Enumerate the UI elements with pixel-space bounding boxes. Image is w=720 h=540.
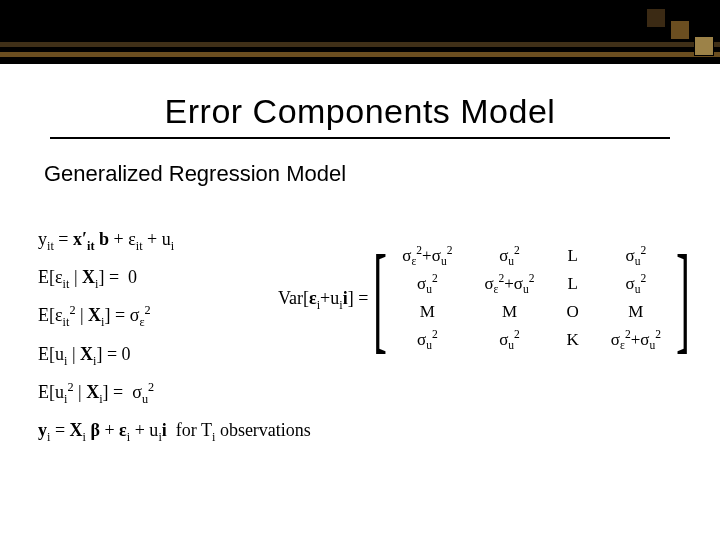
- slide-banner: [0, 0, 720, 64]
- slide-title: Error Components Model: [0, 92, 720, 131]
- eq-line-4: E[ui | Xi] = 0: [38, 337, 311, 371]
- title-underline: [50, 137, 670, 139]
- equations-left: yit = x′it b + εit + ui E[εit | Xi] = 0 …: [38, 222, 311, 451]
- matrix-row: σε2+σu2 σu2 L σu2: [386, 242, 677, 270]
- matrix-row: MMOM: [386, 298, 677, 326]
- banner-square-2: [670, 20, 690, 40]
- variance-label: Var[εi+uii] =: [278, 288, 374, 309]
- banner-stripe-2: [0, 52, 720, 57]
- bracket-right: ]: [676, 238, 690, 358]
- banner-stripe-1: [0, 42, 720, 47]
- eq-line-1: yit = x′it b + εit + ui: [38, 222, 311, 256]
- subtitle: Generalized Regression Model: [44, 161, 720, 187]
- eq-line-6: yi = Xi β + εi + uii for Ti observations: [38, 413, 311, 447]
- banner-square-1: [646, 8, 666, 28]
- banner-square-3: [694, 36, 714, 56]
- matrix-row: σu2 σu2 K σε2+σu2: [386, 326, 677, 354]
- matrix-row: σu2 σε2+σu2 L σu2: [386, 270, 677, 298]
- eq-line-2: E[εit | Xi] = 0: [38, 260, 311, 294]
- title-area: Error Components Model: [0, 64, 720, 145]
- variance-block: Var[εi+uii] = [ σε2+σu2 σu2 L σu2 σu2 σε…: [278, 238, 689, 358]
- variance-matrix: σε2+σu2 σu2 L σu2 σu2 σε2+σu2 L σu2 MMOM…: [386, 242, 677, 354]
- bracket-left: [: [373, 238, 387, 358]
- eq-line-3: E[εit2 | Xi] = σε2: [38, 298, 311, 332]
- eq-line-5: E[ui2 | Xi] = σu2: [38, 375, 311, 409]
